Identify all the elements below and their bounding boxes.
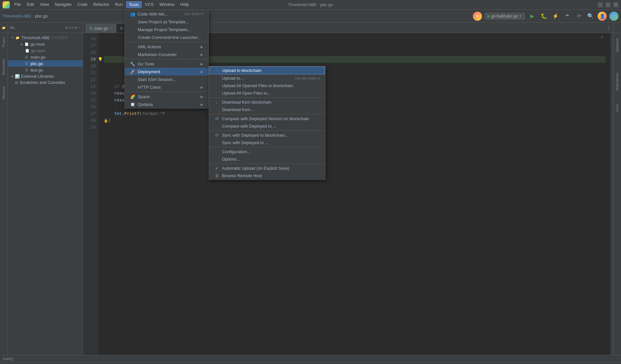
- submenu-compare-deployed-to[interactable]: Compare with Deployed to ...: [209, 122, 325, 130]
- tab-main-go[interactable]: G main.go ×: [86, 24, 116, 33]
- submenu-browse-remote[interactable]: 🖥 Browse Remote Host: [209, 172, 325, 179]
- maximize-button[interactable]: □: [605, 2, 611, 7]
- tree-gosum[interactable]: 📄 go.sum: [8, 47, 83, 54]
- upload-blockchain-label: Upload to blockchain: [222, 68, 262, 73]
- settings-button[interactable]: ⟳: [574, 12, 583, 21]
- breadcrumb-project[interactable]: Threshold-ABE: [3, 14, 31, 18]
- menu-help[interactable]: Help: [178, 1, 192, 8]
- tools-item-ssh[interactable]: Start SSH Session...: [125, 75, 208, 83]
- tools-dropdown[interactable]: 👥 Code With Me... Ctrl+Shift+Y Save Proj…: [124, 10, 209, 108]
- tools-item-manage-templates[interactable]: Manage Project Templates...: [125, 26, 208, 33]
- auto-upload-label: Automatic Upload (on Explicit Save): [222, 166, 289, 171]
- space-arrow: ▶: [201, 95, 203, 98]
- toolbar-right: G ▶ go build pbc.go ▼ ▶ 🐛 ⚡ ☂ ⟳ 🔍 👤 ⬡: [473, 12, 618, 21]
- run-configuration[interactable]: ▶ go build pbc.go ▼: [485, 13, 525, 19]
- menu-vcs[interactable]: VCS: [142, 1, 156, 8]
- gomod-arrow: ▶: [19, 42, 24, 46]
- right-tab-database[interactable]: Database: [615, 36, 620, 55]
- submenu-sync-to[interactable]: Sync with Deployed to ...: [209, 139, 325, 146]
- gotools-icon: 🔧: [130, 61, 135, 66]
- root-path: D:\CODE\G: [51, 36, 68, 40]
- left-tab-bookmarks[interactable]: Bookmarks: [1, 56, 6, 77]
- tree-pbcgo[interactable]: G pbc.go: [8, 60, 83, 67]
- footer-breadcrumb: main(): [3, 357, 14, 361]
- menu-navigate[interactable]: Navigate: [52, 1, 74, 8]
- tools-item-codewithme[interactable]: 👥 Code With Me... Ctrl+Shift+Y: [125, 10, 208, 18]
- left-tab-project[interactable]: Project: [1, 34, 6, 50]
- menu-code[interactable]: Code: [75, 1, 90, 8]
- submenu-upload-to[interactable]: Upload to... Ctrl+Alt+Shift+X: [209, 74, 325, 82]
- submenu-sync-blockchain[interactable]: ⟳ Sync with Deployed to blockchain...: [209, 131, 325, 139]
- breadcrumb-separator: ›: [32, 14, 34, 18]
- menu-run[interactable]: Run: [112, 1, 125, 8]
- tree-root[interactable]: ▼ 📁 Threshold-ABE D:\CODE\G: [8, 34, 83, 41]
- debug-button[interactable]: 🐛: [539, 12, 548, 21]
- deployment-submenu[interactable]: ↑ Upload to blockchain Upload to... Ctrl…: [209, 66, 325, 180]
- gosum-icon: 📄: [25, 48, 30, 53]
- search-button[interactable]: 🔍: [586, 12, 595, 21]
- tab-more[interactable]: ⋮: [604, 23, 613, 33]
- markdown-label: Markdown Converter: [138, 52, 177, 57]
- line-num-27: 27: [86, 110, 96, 117]
- menu-view[interactable]: View: [37, 1, 52, 8]
- breadcrumb-file[interactable]: pbc.go: [35, 14, 48, 18]
- tools-item-xml[interactable]: XML Actions ▶: [125, 43, 208, 51]
- right-tab-notifications[interactable]: Notifications: [615, 70, 620, 93]
- tools-item-markdown[interactable]: Markdown Converter ▶: [125, 51, 208, 58]
- submenu-download-from[interactable]: Download from...: [209, 106, 325, 113]
- codewithme-shortcut: Ctrl+Shift+Y: [184, 12, 203, 16]
- tree-maingo[interactable]: G main.go: [8, 54, 83, 60]
- sidebar-controls: ⊕ ≡ ≡ ⚙ −: [65, 26, 80, 29]
- tree-testgo[interactable]: G test.go: [8, 67, 83, 73]
- run-button[interactable]: ▶: [528, 12, 537, 21]
- tab-close-button[interactable]: ×: [110, 27, 112, 30]
- configuration-label: Configuration...: [222, 149, 251, 154]
- tree-gomod[interactable]: ▶ 📄 go.mod: [8, 41, 83, 47]
- coverage-button[interactable]: ☂: [563, 12, 572, 21]
- tools-item-gotools[interactable]: 🔧 Go Tools ▶: [125, 60, 208, 68]
- menu-window[interactable]: Window: [157, 1, 177, 8]
- right-strip-top: [613, 23, 621, 33]
- tools-item-qodana[interactable]: 🔲 Qodana ▶: [125, 100, 208, 108]
- tools-item-cli[interactable]: Create Command-line Launcher...: [125, 33, 208, 41]
- checkmark-icon: ✓: [600, 34, 604, 40]
- close-button[interactable]: ✕: [613, 2, 618, 7]
- browse-remote-icon: 🖥: [214, 173, 219, 178]
- submenu-upload-blockchain[interactable]: ↑ Upload to blockchain: [209, 66, 325, 74]
- code-brace: }: [108, 117, 111, 124]
- gomod-icon: 📄: [24, 41, 29, 47]
- deployment-label: Deployment: [138, 69, 160, 74]
- tree-scratches[interactable]: ⊙ Scratches and Consoles: [8, 79, 83, 85]
- tools-item-space[interactable]: 🌈 Space ▶: [125, 93, 208, 100]
- submenu-compare-deployed-blockchain[interactable]: ⇄ Compare with Deployed Version on block…: [209, 115, 325, 122]
- left-tab-structure[interactable]: Structure: [1, 84, 6, 102]
- tools-item-deployment[interactable]: 🚀 Deployment ▶: [125, 68, 208, 75]
- root-arrow: ▼: [10, 35, 15, 40]
- line-num-29: 29: [86, 124, 96, 131]
- menu-file[interactable]: File: [12, 1, 24, 8]
- submenu-auto-upload[interactable]: ✓ Automatic Upload (on Explicit Save): [209, 165, 325, 172]
- tools-item-http[interactable]: HTTP Client ▶: [125, 83, 208, 91]
- tools-item-save-template[interactable]: Save Project as Template...: [125, 18, 208, 26]
- minimize-button[interactable]: ─: [598, 2, 603, 7]
- right-tab-make[interactable]: Make: [615, 102, 620, 114]
- plugin-icon[interactable]: ⬡: [609, 12, 618, 21]
- submenu-options[interactable]: Options...: [209, 155, 325, 163]
- xml-label: XML Actions: [138, 44, 161, 49]
- ext-libs-label: External Libraries: [21, 74, 54, 79]
- profile-button[interactable]: ⚡: [551, 12, 560, 21]
- submenu-upload-all-opened[interactable]: Upload All Opened Files to blockchain: [209, 82, 325, 89]
- scrollbar[interactable]: [611, 33, 613, 355]
- tree-external-libs[interactable]: ▶ 📊 External Libraries: [8, 73, 83, 79]
- bulb-icon[interactable]: 💡: [99, 56, 103, 63]
- cli-label: Create Command-line Launcher...: [138, 35, 201, 40]
- profile-avatar[interactable]: G: [473, 12, 482, 21]
- menu-refactor[interactable]: Refactor: [91, 1, 112, 8]
- menu-edit[interactable]: Edit: [24, 1, 37, 8]
- submenu-download-blockchain[interactable]: ↓ Download from blockchain: [209, 98, 325, 106]
- root-label: Threshold-ABE: [21, 35, 50, 40]
- submenu-configuration[interactable]: Configuration...: [209, 148, 325, 155]
- menu-tools[interactable]: Tools: [126, 1, 142, 8]
- user-icon[interactable]: 👤: [598, 12, 607, 21]
- submenu-upload-all-open[interactable]: Upload All Open Files to...: [209, 89, 325, 97]
